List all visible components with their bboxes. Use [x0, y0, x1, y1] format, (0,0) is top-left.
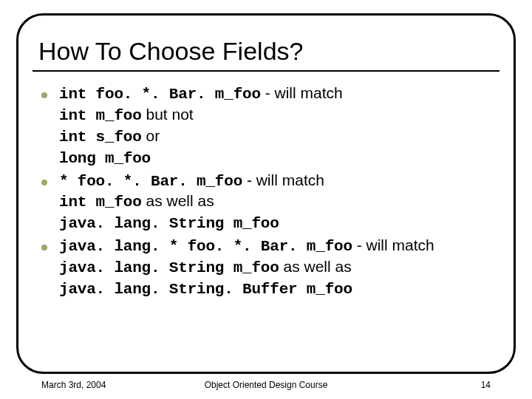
- slide-footer: March 3rd, 2004 Object Oriented Design C…: [0, 380, 532, 390]
- example-text: as well as: [279, 258, 352, 275]
- code-example: int m_foo: [59, 107, 142, 124]
- slide: How To Choose Fields? int foo. *. Bar. m…: [0, 0, 532, 399]
- example-text: as well as: [142, 192, 214, 209]
- list-item: int foo. *. Bar. m_foo - will match int …: [41, 83, 499, 169]
- bullet-icon: [41, 180, 47, 185]
- list-item: * foo. *. Bar. m_foo - will match int m_…: [41, 171, 499, 235]
- connector-text: - will match: [242, 171, 324, 188]
- title-divider: [33, 70, 499, 72]
- footer-course: Object Oriented Design Course: [174, 380, 358, 390]
- connector-text: - will match: [352, 236, 434, 253]
- bullet-icon: [41, 92, 47, 98]
- code-pattern: int foo. *. Bar. m_foo: [59, 86, 261, 103]
- content-area: int foo. *. Bar. m_foo - will match int …: [33, 83, 499, 300]
- example-text: but not: [142, 106, 194, 123]
- code-example: java. lang. String. Buffer m_foo: [59, 281, 352, 298]
- code-example: int m_foo: [59, 194, 142, 211]
- code-example: long m_foo: [59, 150, 151, 167]
- code-pattern: java. lang. * foo. *. Bar. m_foo: [59, 238, 352, 255]
- footer-date: March 3rd, 2004: [41, 380, 174, 390]
- slide-title: How To Choose Fields?: [33, 37, 499, 66]
- code-pattern: * foo. *. Bar. m_foo: [59, 173, 242, 190]
- list-item-body: int foo. *. Bar. m_foo - will match int …: [59, 83, 499, 169]
- code-example: int s_foo: [59, 129, 142, 146]
- bullet-icon: [41, 245, 47, 250]
- footer-page-number: 14: [358, 380, 491, 390]
- list-item-body: java. lang. * foo. *. Bar. m_foo - will …: [59, 236, 499, 300]
- list-item: java. lang. * foo. *. Bar. m_foo - will …: [41, 236, 499, 300]
- code-example: java. lang. String m_foo: [59, 215, 279, 232]
- example-text: or: [142, 127, 160, 144]
- code-example: java. lang. String m_foo: [59, 259, 279, 276]
- list-item-body: * foo. *. Bar. m_foo - will match int m_…: [59, 171, 499, 235]
- connector-text: - will match: [261, 84, 343, 101]
